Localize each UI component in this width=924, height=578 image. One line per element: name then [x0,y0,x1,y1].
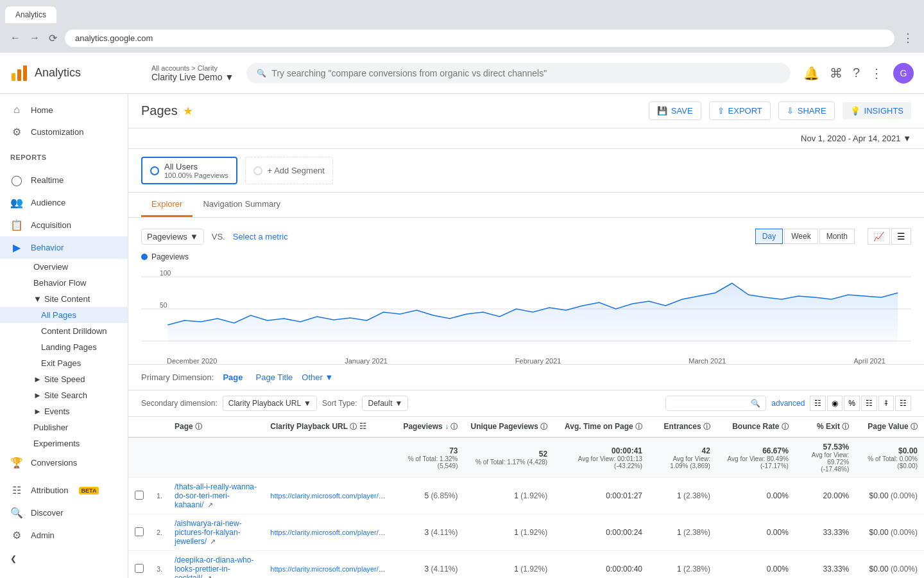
search-bar[interactable]: 🔍 [246,63,791,83]
dim-page-option[interactable]: Page [219,371,246,383]
col-header-unique-pageviews[interactable]: Unique Pageviews ⓘ [464,417,554,437]
search-input[interactable] [271,68,780,78]
row-checkbox-2[interactable] [135,564,144,573]
exit-info-icon[interactable]: ⓘ [842,423,849,430]
sidebar-item-realtime[interactable]: ◯ Realtime [0,169,128,191]
clarity-link[interactable]: https://clarity.microsoft.com/player/3s0… [270,529,392,536]
sidebar-item-customization[interactable]: ⚙ Customization [0,121,128,143]
insights-button[interactable]: 💡 INSIGHTS [843,102,911,119]
help-icon[interactable]: ? [853,66,860,80]
row-page[interactable]: /aishwarya-rai-new-pictures-for-kalyan-j… [168,514,264,551]
time-btn-month[interactable]: Month [819,229,855,244]
table-search-box[interactable]: 🔍 [665,396,766,411]
line-chart-button[interactable]: 📈 [868,228,890,245]
row-playback[interactable]: https://clarity.microsoft.com/player/3s0… [264,478,392,514]
sidebar-subitem-all-pages[interactable]: All Pages [0,307,128,323]
table-pie-btn[interactable]: ◉ [827,396,843,411]
sidebar-subitem-publisher[interactable]: Publisher [0,419,128,435]
settings-icon[interactable]: ⋮ [870,66,883,81]
tab-navigation-summary[interactable]: Navigation Summary [193,193,291,217]
playback-info-icon[interactable]: ⓘ [350,423,357,430]
row-checkbox-1[interactable] [135,527,144,536]
dim-page-title-option[interactable]: Page Title [252,371,297,383]
row-check[interactable] [128,478,150,514]
bounce-info-icon[interactable]: ⓘ [782,423,789,430]
table-percent-btn[interactable]: % [844,396,860,411]
avg-time-info-icon[interactable]: ⓘ [635,423,642,430]
date-range-bar[interactable]: Nov 1, 2020 - Apr 14, 2021 ▼ [128,128,924,149]
col-header-pct-exit[interactable]: % Exit ⓘ [795,417,855,437]
row-page[interactable]: /deepika-or-diana-who-looks-prettier-in-… [168,551,264,579]
row-page[interactable]: /thats-all-i-really-wanna-do-sor-teri-me… [168,478,264,514]
col-header-page-value[interactable]: Page Value ⓘ [855,417,924,437]
advanced-link[interactable]: advanced [771,399,805,408]
time-btn-week[interactable]: Week [784,229,817,244]
notifications-icon[interactable]: 🔔 [803,66,819,81]
sidebar-subitem-behavior-flow[interactable]: Behavior Flow [0,275,128,291]
sidebar-item-acquisition[interactable]: 📋 Acquisition [0,214,128,236]
address-bar[interactable] [65,30,894,47]
segment-chip[interactable]: All Users 100.00% Pageviews [141,157,237,184]
sidebar-subitem-events[interactable]: ► Events [0,403,128,419]
table-compare-btn[interactable]: ⤉ [878,396,894,411]
active-tab[interactable]: Analytics [5,6,56,23]
col-header-pageviews[interactable]: Pageviews ↓ ⓘ [392,417,464,437]
reload-button[interactable]: ⟳ [46,30,60,47]
sidebar-item-audience[interactable]: 👥 Audience [0,191,128,214]
row-playback[interactable]: https://clarity.microsoft.com/player/3s0… [264,551,392,579]
external-link-icon[interactable]: ↗ [210,538,216,545]
sidebar-item-attribution[interactable]: ☷ Attribution BETA [0,479,128,502]
row-check[interactable] [128,514,150,551]
sidebar-subitem-exit-pages[interactable]: Exit Pages [0,355,128,371]
export-button[interactable]: ⇧ EXPORT [709,101,771,120]
row-playback[interactable]: https://clarity.microsoft.com/player/3s0… [264,514,392,551]
sidebar-subitem-content-drilldown[interactable]: Content Drilldown [0,323,128,339]
select-metric-button[interactable]: Select a metric [233,232,288,241]
col-header-playback[interactable]: Clarity Playback URL ⓘ ☷ [264,417,392,437]
sidebar-subitem-experiments[interactable]: Experiments [0,435,128,451]
table-search-input[interactable] [671,399,748,408]
share-button[interactable]: ⇩ SHARE [778,101,835,120]
sidebar-collapse-button[interactable]: ❮ [0,547,128,571]
pageviews-info-icon[interactable]: ⓘ [450,423,458,430]
row-check[interactable] [128,551,150,579]
apps-icon[interactable]: ⌘ [830,66,843,81]
forward-button[interactable]: → [27,30,42,47]
col-header-avg-time[interactable]: Avg. Time on Page ⓘ [554,417,649,437]
col-header-bounce-rate[interactable]: Bounce Rate ⓘ [717,417,795,437]
table-pivot-btn[interactable]: ☷ [895,396,911,411]
clarity-link[interactable]: https://clarity.microsoft.com/player/3s0… [270,565,392,573]
bar-chart-button[interactable]: ☰ [891,228,911,245]
secondary-dim-select[interactable]: Clarity Playback URL ▼ [223,396,317,411]
col-header-entrances[interactable]: Entrances ⓘ [649,417,717,437]
back-button[interactable]: ← [8,30,23,47]
time-btn-day[interactable]: Day [755,229,783,244]
sidebar-subitem-site-speed[interactable]: ► Site Speed [0,371,128,387]
sidebar-item-discover[interactable]: 🔍 Discover [0,502,128,524]
account-selector[interactable]: All accounts > Clarity Clarity Live Demo… [151,64,234,82]
col-header-page[interactable]: Page ⓘ [168,417,264,437]
sidebar-subitem-overview[interactable]: Overview [0,259,128,275]
table-grid-btn[interactable]: ☷ [810,396,826,411]
tab-explorer[interactable]: Explorer [141,193,193,217]
dim-other-option[interactable]: Other ▼ [302,372,333,382]
external-link-icon[interactable]: ↗ [206,574,212,578]
sidebar-subitem-site-search[interactable]: ► Site Search [0,387,128,403]
browser-menu-icon[interactable]: ⋮ [900,28,916,48]
sidebar-item-conversions[interactable]: 🏆 Conversions [0,451,128,474]
pageviews-metric-select[interactable]: Pageviews ▼ [141,229,204,245]
page-link[interactable]: /thats-all-i-really-wanna-do-sor-teri-me… [175,482,257,509]
external-link-icon[interactable]: ↗ [207,501,213,509]
save-button[interactable]: 💾 SAVE [649,101,701,120]
avatar[interactable]: G [893,63,914,83]
sort-type-select[interactable]: Default ▼ [362,396,408,411]
account-name[interactable]: Clarity Live Demo ▼ [151,72,234,82]
entrances-info-icon[interactable]: ⓘ [703,423,710,430]
page-link[interactable]: /deepika-or-diana-who-looks-prettier-in-… [175,556,253,578]
row-checkbox-0[interactable] [135,491,144,500]
page-link[interactable]: /aishwarya-rai-new-pictures-for-kalyan-j… [175,519,242,546]
sidebar-item-admin[interactable]: ⚙ Admin [0,524,128,547]
clarity-link[interactable]: https://clarity.microsoft.com/player/3s0… [270,492,392,500]
page-value-info-icon[interactable]: ⓘ [911,423,918,430]
sidebar-subitem-site-content[interactable]: ▼ Site Content [0,291,128,307]
